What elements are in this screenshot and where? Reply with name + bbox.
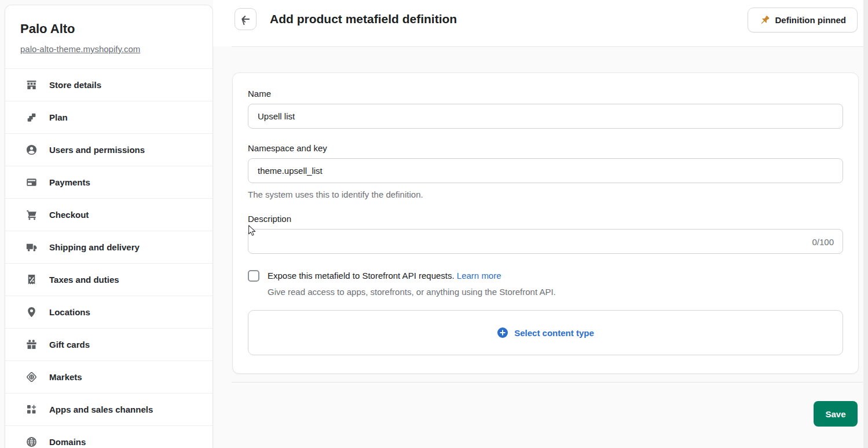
- cart-icon: [25, 209, 38, 221]
- sidebar-item-shipping-delivery[interactable]: Shipping and delivery: [5, 231, 213, 263]
- save-button[interactable]: Save: [814, 401, 858, 427]
- name-input[interactable]: [248, 104, 843, 129]
- plan-icon: [25, 111, 38, 124]
- gift-icon: [25, 338, 38, 351]
- sidebar-item-label: Checkout: [49, 210, 89, 220]
- sidebar-item-plan[interactable]: Plan: [5, 101, 213, 133]
- globe-icon: [25, 436, 38, 448]
- definition-pinned-label: Definition pinned: [775, 15, 846, 25]
- markets-globe-icon: [25, 371, 38, 384]
- sidebar-item-markets[interactable]: Markets: [5, 360, 213, 393]
- sidebar-item-label: Apps and sales channels: [49, 405, 153, 414]
- sidebar-item-users-permissions[interactable]: Users and permissions: [5, 133, 213, 166]
- sidebar-item-label: Users and permissions: [49, 145, 145, 155]
- scrollbar[interactable]: [863, 0, 868, 448]
- sidebar-item-gift-cards[interactable]: Gift cards: [5, 328, 213, 360]
- sidebar-item-apps-sales-channels[interactable]: Apps and sales channels: [5, 393, 213, 425]
- description-input[interactable]: [248, 229, 843, 254]
- sidebar-item-label: Store details: [49, 80, 101, 90]
- sidebar-item-store-details[interactable]: Store details: [5, 68, 213, 101]
- expose-checkbox-row: Expose this metafield to Storefront API …: [248, 269, 843, 282]
- pushpin-icon: [759, 14, 770, 26]
- sidebar-item-label: Locations: [49, 307, 90, 317]
- learn-more-link[interactable]: Learn more: [457, 271, 501, 281]
- store-url-link[interactable]: palo-alto-theme.myshopify.com: [20, 44, 140, 54]
- metafield-definition-card: Name Namespace and key The system uses t…: [232, 72, 859, 374]
- payments-card-icon: [25, 176, 38, 189]
- sidebar-item-label: Markets: [49, 372, 82, 382]
- sidebar-item-taxes-duties[interactable]: Taxes and duties: [5, 263, 213, 296]
- sidebar-item-locations[interactable]: Locations: [5, 296, 213, 328]
- arrow-left-icon: [240, 13, 251, 25]
- namespace-field-group: Namespace and key The system uses this t…: [248, 143, 843, 199]
- namespace-label: Namespace and key: [248, 143, 843, 153]
- sidebar-item-domains[interactable]: Domains: [5, 425, 213, 448]
- storefront-icon: [25, 79, 38, 92]
- sidebar-item-label: Payments: [49, 177, 90, 187]
- select-content-type-label: Select content type: [514, 328, 594, 338]
- expose-label: Expose this metafield to Storefront API …: [268, 271, 455, 281]
- receipt-percent-icon: [25, 274, 38, 286]
- sidebar-item-label: Taxes and duties: [49, 275, 119, 285]
- name-label: Name: [248, 89, 843, 99]
- select-content-type-button[interactable]: Select content type: [248, 310, 843, 355]
- expose-checkbox[interactable]: [248, 270, 259, 282]
- sidebar-item-label: Shipping and delivery: [49, 242, 140, 252]
- description-label: Description: [248, 214, 843, 224]
- apps-grid-icon: [25, 403, 38, 416]
- settings-screen: Palo Alto palo-alto-theme.myshopify.com …: [0, 0, 868, 448]
- page-title: Add product metafield definition: [270, 12, 457, 26]
- settings-sidebar: Palo Alto palo-alto-theme.myshopify.com …: [5, 5, 213, 448]
- store-name: Palo Alto: [20, 21, 197, 37]
- character-counter: 0/100: [812, 236, 834, 246]
- header-divider: [232, 46, 863, 47]
- plus-circle-icon: [497, 327, 508, 338]
- expose-help-text: Give read access to apps, storefronts, o…: [268, 287, 843, 297]
- sidebar-item-label: Domains: [49, 437, 86, 447]
- sidebar-item-payments[interactable]: Payments: [5, 166, 213, 198]
- namespace-help-text: The system uses this to identify the def…: [248, 190, 843, 199]
- footer-divider: [232, 382, 863, 383]
- location-pin-icon: [25, 306, 38, 319]
- sidebar-item-checkout[interactable]: Checkout: [5, 198, 213, 231]
- sidebar-item-label: Plan: [49, 112, 68, 122]
- namespace-input[interactable]: [248, 158, 843, 183]
- name-field-group: Name: [248, 89, 843, 129]
- truck-icon: [25, 241, 38, 254]
- definition-pinned-button[interactable]: Definition pinned: [748, 8, 858, 32]
- store-header: Palo Alto palo-alto-theme.myshopify.com: [5, 5, 213, 68]
- back-button[interactable]: [235, 8, 257, 30]
- user-circle-icon: [25, 144, 38, 156]
- sidebar-item-label: Gift cards: [49, 340, 90, 349]
- description-field-group: Description 0/100: [248, 214, 843, 254]
